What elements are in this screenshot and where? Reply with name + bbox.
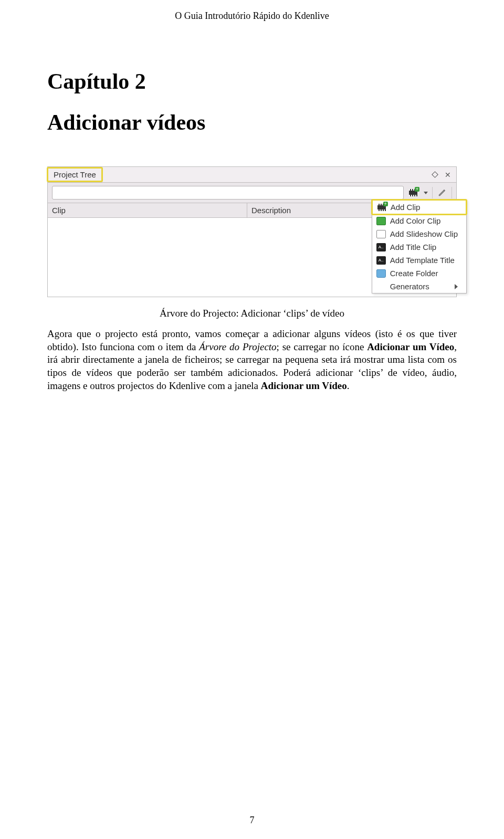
submenu-arrow-icon (455, 284, 458, 289)
menu-label: Add Clip (391, 203, 421, 212)
menu-generators[interactable]: Generators (372, 280, 466, 293)
blank-icon (376, 282, 386, 291)
figure-caption: Árvore do Projecto: Adicionar ‘clips’ de… (47, 308, 457, 319)
toolbar-divider (452, 187, 452, 198)
column-clip[interactable]: Clip (48, 203, 247, 217)
menu-label: Add Template Title (390, 256, 455, 265)
page-number: 7 (0, 815, 504, 826)
menu-create-folder[interactable]: Create Folder (372, 267, 466, 280)
menu-add-template-title[interactable]: A.. Add Template Title (372, 254, 466, 267)
menu-add-slideshow-clip[interactable]: Add Slideshow Clip (372, 227, 466, 240)
tab-project-tree[interactable]: Project Tree (47, 167, 103, 182)
add-clip-button[interactable]: + (408, 187, 418, 198)
search-input[interactable] (52, 186, 404, 200)
menu-label: Add Color Clip (390, 216, 441, 225)
menu-add-color-clip[interactable]: Add Color Clip (372, 214, 466, 227)
body-paragraph: Agora que o projecto está pronto, vamos … (47, 328, 457, 392)
film-icon: + (377, 203, 386, 212)
detach-icon[interactable] (432, 171, 438, 178)
menu-label: Create Folder (390, 269, 438, 278)
chapter-number: Capítulo 2 (47, 69, 457, 94)
menu-label: Add Title Clip (390, 243, 436, 251)
add-clip-dropdown-caret[interactable] (424, 192, 428, 194)
toolbar-divider (432, 187, 433, 198)
menu-label: Generators (390, 282, 429, 291)
running-head: O Guia Introdutório Rápido do Kdenlive (47, 11, 457, 22)
color-clip-icon (376, 217, 386, 225)
panel-controls: ✕ (433, 171, 456, 179)
add-clip-menu: + Add Clip Add Color Clip Add Slideshow … (372, 200, 467, 293)
slideshow-clip-icon (376, 230, 386, 238)
menu-label: Add Slideshow Clip (390, 229, 458, 238)
edit-button[interactable] (437, 187, 447, 198)
chapter-title: Adicionar vídeos (47, 110, 457, 135)
close-icon[interactable]: ✕ (445, 171, 451, 179)
title-clip-icon: A.. (376, 243, 386, 251)
project-tree-screenshot: Project Tree ✕ + Clip Description (47, 166, 457, 297)
film-icon: + (409, 189, 417, 196)
menu-add-title-clip[interactable]: A.. Add Title Clip (372, 240, 466, 254)
tab-label: Project Tree (54, 170, 96, 179)
pencil-icon (438, 188, 446, 197)
panel-tab-row: Project Tree ✕ (48, 167, 456, 183)
template-title-icon: A.. (376, 256, 386, 265)
menu-add-clip[interactable]: + Add Clip (371, 199, 467, 215)
folder-icon (376, 269, 386, 278)
